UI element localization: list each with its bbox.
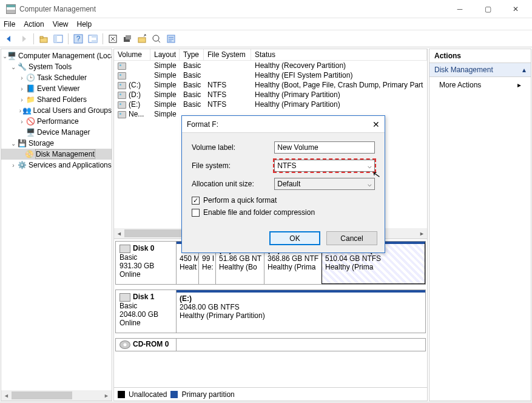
actions-section[interactable]: Disk Management▴ (429, 63, 531, 77)
col-status[interactable]: Status (251, 49, 427, 60)
compression-checkbox[interactable]: Enable file and folder compression (192, 208, 375, 217)
titlebar: Computer Management ─ ▢ ✕ (0, 0, 532, 18)
legend-primary: Primary partition (181, 390, 234, 399)
tree-local-users[interactable]: Local Users and Groups (33, 106, 112, 115)
menubar: File Action View Help (0, 18, 532, 30)
disk-header: Disk 1 Basic 2048.00 GB Online (116, 290, 177, 333)
filesystem-combo[interactable]: NTFS (274, 160, 375, 172)
ok-button[interactable]: OK (269, 231, 320, 245)
volume-label-input[interactable] (274, 141, 375, 154)
window-title: Computer Management (19, 5, 446, 13)
legend-swatch-unallocated (118, 391, 125, 398)
drive-icon (118, 63, 126, 70)
volume-row: (C:)SimpleBasicNTFSHealthy (Boot, Page F… (114, 80, 427, 90)
svg-rect-3 (54, 35, 57, 42)
col-volume[interactable]: Volume (114, 49, 150, 60)
action-connect-button[interactable] (121, 32, 134, 46)
menu-view[interactable]: View (53, 20, 69, 29)
drive-icon (118, 101, 126, 109)
disk-row-1[interactable]: Disk 1 Basic 2048.00 GB Online (E:)2048.… (115, 290, 426, 333)
detach-vhd-button[interactable] (150, 32, 163, 46)
navigation-tree[interactable]: ⌄🖥️Computer Management (Local ⌄🔧System T… (1, 49, 112, 401)
view-settings-button[interactable] (86, 32, 99, 46)
tree-storage[interactable]: Storage (29, 139, 54, 147)
menu-help[interactable]: Help (77, 20, 92, 29)
svg-rect-11 (126, 35, 131, 39)
checkbox-icon: ✓ (192, 197, 200, 205)
volume-list-header[interactable]: Volume Layout Type File System Status (114, 49, 427, 61)
forward-button[interactable] (17, 32, 30, 46)
col-layout[interactable]: Layout (150, 49, 180, 60)
disk-header: Disk 0 Basic 931.30 GB Online (116, 242, 177, 284)
legend: Unallocated Primary partition (114, 387, 427, 401)
help-button[interactable]: ? (72, 32, 85, 46)
svg-rect-7 (92, 35, 97, 38)
svg-rect-15 (169, 37, 173, 38)
minimize-button[interactable]: ─ (446, 0, 474, 18)
volume-row: (E:)SimpleBasicNTFSHealthy (Primary Part… (114, 100, 427, 109)
rescan-disks-button[interactable] (135, 32, 149, 46)
col-type[interactable]: Type (180, 49, 204, 60)
quick-format-checkbox[interactable]: ✓ Perform a quick format (192, 196, 375, 205)
svg-rect-12 (138, 38, 146, 42)
legend-swatch-primary (170, 391, 178, 398)
filesystem-label: File system: (192, 161, 274, 170)
tree-disk-management[interactable]: Disk Management (36, 150, 95, 158)
actions-pane: Actions Disk Management▴ More Actions▸ (429, 49, 531, 401)
tree-scrollbar[interactable]: ◄► (1, 390, 112, 401)
svg-rect-17 (169, 41, 172, 41)
legend-unallocated: Unallocated (129, 390, 167, 399)
tree-task-scheduler[interactable]: Task Scheduler (37, 73, 87, 82)
checkbox-icon (192, 209, 200, 217)
cdrom-icon (120, 340, 130, 349)
drive-icon (118, 92, 126, 99)
tree-shared-folders[interactable]: Shared Folders (37, 95, 87, 104)
volume-row: SimpleBasicHealthy (Recovery Partition) (114, 61, 427, 70)
svg-rect-1 (40, 36, 43, 38)
drive-icon (118, 72, 126, 80)
close-button[interactable]: ✕ (502, 0, 530, 18)
volume-label-label: Volume label: (192, 143, 274, 152)
maximize-button[interactable]: ▢ (474, 0, 502, 18)
properties-button[interactable] (164, 32, 178, 46)
volume-row: (D:)SimpleBasicNTFSHealthy (Primary Part… (114, 90, 427, 100)
collapse-icon: ▴ (522, 66, 526, 74)
actions-header: Actions (429, 49, 531, 63)
dialog-title: Format F: (187, 120, 218, 129)
col-filesystem[interactable]: File System (204, 49, 251, 60)
dialog-titlebar[interactable]: Format F: ✕ (182, 116, 385, 133)
app-icon (6, 4, 16, 14)
volume-row: SimpleBasicHealthy (EFI System Partition… (114, 70, 427, 80)
allocation-label: Allocation unit size: (192, 180, 274, 188)
back-button[interactable] (2, 32, 16, 46)
disk-map: Disk 0 Basic 931.30 GB Online 450 MHealt… (114, 239, 427, 387)
tree-root[interactable]: Computer Management (Local (18, 52, 112, 60)
volume-list[interactable]: SimpleBasicHealthy (Recovery Partition) … (114, 61, 427, 119)
svg-text:?: ? (76, 35, 81, 43)
drive-icon (118, 111, 126, 118)
cancel-button[interactable]: Cancel (326, 231, 377, 245)
disk-icon (120, 245, 130, 253)
tree-performance[interactable]: Performance (37, 117, 79, 126)
allocation-combo[interactable]: Default (274, 178, 375, 190)
refresh-icon[interactable] (106, 32, 120, 46)
chevron-right-icon: ▸ (517, 81, 521, 89)
menu-action[interactable]: Action (24, 20, 44, 29)
format-dialog: Format F: ✕ Volume label: File system: N… (181, 115, 385, 253)
partition[interactable]: (E:)2048.00 GB NTFSHealthy (Primary Part… (177, 290, 425, 333)
tree-device-manager[interactable]: Device Manager (37, 128, 90, 137)
disk-icon (120, 293, 130, 302)
show-hide-tree-button[interactable] (52, 32, 65, 46)
actions-more[interactable]: More Actions▸ (429, 77, 531, 93)
disk-row-cdrom[interactable]: CD-ROM 0 (115, 338, 426, 351)
toolbar: ? (0, 30, 532, 47)
drive-icon (118, 82, 126, 89)
tree-system-tools[interactable]: System Tools (29, 63, 72, 71)
tree-services-apps[interactable]: Services and Applications (29, 161, 112, 169)
up-button[interactable] (37, 32, 50, 46)
menu-file[interactable]: File (4, 20, 15, 29)
svg-rect-8 (92, 40, 97, 42)
tree-event-viewer[interactable]: Event Viewer (37, 84, 79, 93)
dialog-close-button[interactable]: ✕ (372, 120, 380, 129)
svg-rect-16 (169, 39, 173, 39)
